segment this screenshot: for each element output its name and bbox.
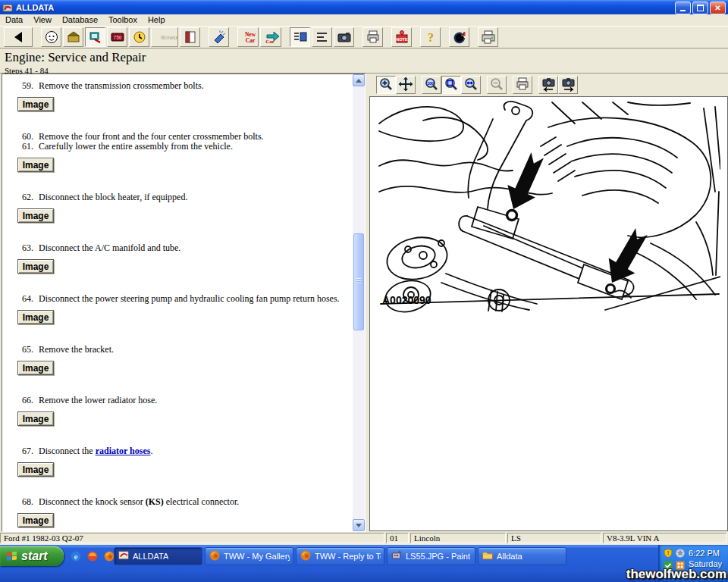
next-image-icon [559, 77, 577, 94]
svg-text:?: ? [428, 31, 434, 44]
toolbar-fax-button[interactable] [478, 27, 498, 47]
image-viewer-pane: 100 [369, 74, 728, 532]
viewer-prev-image-button[interactable] [538, 76, 558, 94]
book-icon [183, 30, 198, 45]
toolbar-find-vehicle-button[interactable] [41, 27, 61, 47]
step-number: 62. [22, 192, 39, 202]
viewer-fit-page-button[interactable] [441, 76, 461, 94]
paint-icon [391, 549, 403, 563]
start-button[interactable]: start [0, 546, 64, 566]
step-list: 59.Remove the transmission crossmember b… [2, 74, 353, 531]
image-button[interactable]: Image [17, 158, 54, 172]
close-button[interactable]: ✕ [710, 2, 726, 14]
menu-item-toolbox[interactable]: Toolbox [103, 14, 143, 26]
image-button[interactable]: Image [17, 208, 54, 223]
task-button-alldata[interactable]: ALLDATA [114, 547, 202, 565]
toolbar-separator [355, 37, 362, 38]
viewer-zoom-out-button[interactable] [487, 76, 507, 94]
task-button-alldata[interactable]: Alldata [478, 547, 566, 565]
toolbar-history-button[interactable] [449, 27, 469, 47]
menu-item-data[interactable]: Data [0, 14, 28, 26]
viewer-print-button[interactable] [513, 76, 532, 94]
menu-item-database[interactable]: Database [57, 14, 103, 26]
image-button[interactable]: Image [17, 462, 54, 477]
image-button[interactable]: Image [17, 97, 54, 111]
text-view-icon [315, 30, 330, 45]
menu-bar: DataViewDatabaseToolboxHelp [0, 14, 728, 26]
step-group: 63.Disconnect the A/C manifold and tube.… [2, 243, 353, 274]
toolbar-note-button[interactable]: NOTE [391, 27, 412, 47]
step-text-segment: Disconnect the block heater, if equipped… [39, 192, 187, 202]
step-number: 66. [22, 396, 39, 405]
shop-icon [66, 30, 81, 45]
image-button[interactable]: Image [17, 411, 54, 426]
image-button[interactable]: Image [17, 513, 54, 527]
restore-button[interactable] [692, 2, 708, 14]
viewer-zoom-in-button[interactable] [376, 76, 396, 94]
task-button-area: ALLDATATWW - My Gallery - M...TWW - Repl… [114, 547, 566, 565]
page-title: Engine: Service and Repair [5, 50, 728, 65]
step-text: Remove the lower radiator hose. [39, 396, 157, 405]
toolbar-gauge-button[interactable]: 750 [107, 27, 127, 47]
tray-time: 6:22 PM [689, 548, 722, 559]
minimize-button[interactable] [675, 2, 691, 14]
toolbar-shop-button[interactable] [63, 27, 83, 47]
task-button-tww-my-gallery-m[interactable]: TWW - My Gallery - M... [205, 547, 293, 565]
toolbar-print-button[interactable] [362, 27, 383, 47]
note-icon: NOTE [394, 30, 410, 45]
scrollbar-thumb[interactable] [353, 233, 364, 330]
step-text-segment: Carefully lower the entire assembly from… [39, 141, 233, 152]
figure-label: A0020090 [382, 294, 431, 306]
image-button[interactable]: Image [17, 361, 54, 375]
toolbar-reminder-button[interactable] [129, 27, 149, 47]
step-link[interactable]: radiator hoses [96, 446, 151, 456]
step-text: Disconnect the A/C manifold and tube. [39, 243, 180, 253]
firefox-icon [209, 549, 221, 563]
toolbar-text-view-button[interactable] [312, 27, 332, 47]
gauge-icon: 750 [110, 30, 125, 45]
toolbar-browse-button[interactable]: Browse [151, 27, 178, 47]
svg-text:750: 750 [113, 35, 121, 40]
tray-shield-icon[interactable]: ! [663, 548, 673, 559]
svg-text:!: ! [667, 550, 669, 555]
task-label: Alldata [497, 552, 522, 561]
toolbar-wash-button[interactable] [209, 27, 229, 47]
svg-text:Browse: Browse [161, 35, 177, 40]
toolbar-help-button[interactable]: ? [420, 27, 441, 47]
viewer-next-image-button[interactable] [558, 76, 578, 94]
quick-launch-quick-launch-app-icon[interactable] [86, 550, 99, 562]
print-icon [366, 30, 381, 45]
task-button-ls55-jpg-paint[interactable]: LS55.JPG - Paint [387, 547, 475, 565]
image-canvas: A0020090 [369, 96, 728, 531]
toolbar-book-button[interactable] [180, 27, 200, 47]
scroll-down-button[interactable] [353, 519, 365, 531]
menu-item-help[interactable]: Help [143, 14, 171, 26]
status-bar: Ford #1 1982-03 Q2-0701LincolnLSV8-3.9L … [0, 532, 728, 545]
viewer-fit-width-button[interactable] [461, 76, 481, 94]
title-bar: ALLDATA ✕ [0, 0, 728, 14]
image-button[interactable]: Image [17, 310, 54, 324]
status-section: 01 [386, 533, 409, 543]
toolbar-new-car-button[interactable]: NewCar [237, 27, 259, 47]
quick-launch-internet-explorer-icon[interactable]: e [70, 550, 82, 562]
scroll-up-button[interactable] [353, 74, 365, 86]
toolbar-camera-button[interactable] [334, 27, 354, 47]
svg-text:Car: Car [265, 39, 275, 45]
toolbar-repair-button[interactable] [85, 27, 105, 47]
task-button-tww-reply-to-topic[interactable]: TWW - Reply to Topic... [296, 547, 384, 565]
step-line: 65.Remove the bracket. [2, 345, 353, 355]
menu-item-view[interactable]: View [28, 14, 57, 26]
vertical-scrollbar[interactable] [353, 74, 365, 531]
toolbar-back-button[interactable] [4, 27, 33, 47]
task-label: TWW - My Gallery - M... [224, 552, 290, 561]
step-text: Disconnect the power steering pump and h… [39, 294, 340, 304]
viewer-pan-button[interactable] [396, 76, 416, 94]
toolbar-list-view-button[interactable] [290, 27, 310, 47]
step-line: 67.Disconnect the radiator hoses. [2, 446, 353, 456]
viewer-zoom-100-button[interactable]: 100 [422, 76, 441, 94]
tray-messenger-icon[interactable] [675, 548, 686, 559]
toolbar-separator [470, 37, 477, 38]
image-button[interactable]: Image [17, 259, 54, 274]
toolbar-used-car-button[interactable]: Car [260, 27, 281, 47]
step-number: 64. [22, 294, 39, 304]
